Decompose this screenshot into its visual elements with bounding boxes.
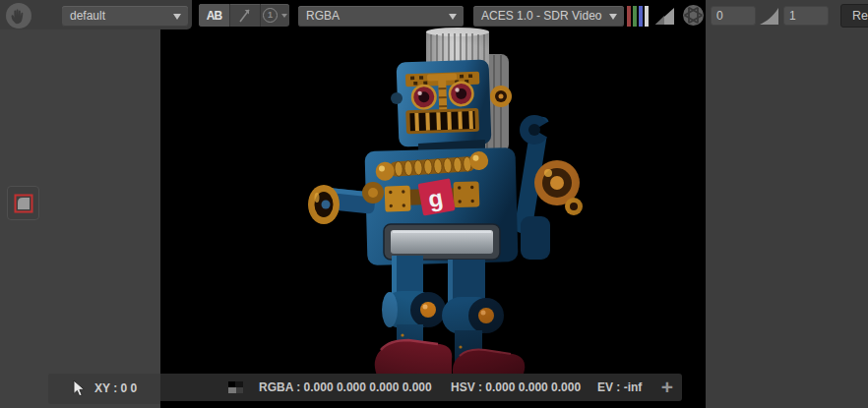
xy-readout: XY : 0 0 [94,381,137,395]
channel-select-value: RGBA [306,9,340,23]
compare-button-group: AB 1 [199,4,289,27]
layer-select-value: default [70,9,105,23]
region-render-tool-button[interactable] [7,186,39,220]
add-sampler-button[interactable]: + [655,375,679,400]
chevron-down-icon [449,14,457,20]
gain-curve-icon [758,6,780,27]
layer-select-dropdown[interactable]: default [62,6,188,27]
channels-display-button[interactable] [627,6,649,27]
exposure-aperture-button[interactable] [682,4,705,29]
viewport[interactable]: g [160,0,706,408]
pixel-info-bar: RGBA : 0.000 0.000 0.000 0.000 HSV : 0.0… [160,374,682,401]
xy-status-bar: XY : 0 0 [48,374,160,404]
viewport-image-robot: g [160,0,706,408]
wipe-icon [236,7,254,25]
gamma-triangle-icon [653,6,676,27]
gamma-display-button[interactable] [653,6,676,29]
render-button[interactable]: Render [840,4,868,28]
render-viewer-window: g [0,0,868,408]
chevron-down-icon [281,14,287,18]
gain-curve-button[interactable] [758,6,780,29]
render-button-label: Render [852,9,868,23]
chevron-down-icon [173,14,181,20]
ab-compare-button[interactable]: AB [199,4,230,27]
wipe-tool-button[interactable] [230,4,261,27]
gamma-input[interactable] [783,6,829,26]
mouse-cursor-icon [72,379,87,398]
pan-tool-button[interactable] [5,2,32,29]
rgb-stripes-icon [627,6,649,27]
ev-readout: EV : -inf [597,380,642,394]
display-transform-dropdown[interactable]: ACES 1.0 - SDR Video [473,6,624,27]
right-panel [706,0,868,408]
exposure-input[interactable] [711,6,756,26]
aperture-icon [682,4,705,27]
hsv-readout: HSV : 0.000 0.000 0.000 [451,380,581,394]
snapshot-select-button[interactable]: 1 [261,4,289,27]
rgba-readout: RGBA : 0.000 0.000 0.000 0.000 [259,380,432,394]
snapshot-number: 1 [263,8,278,23]
chevron-down-icon [609,14,617,20]
ab-label: AB [207,9,221,23]
hand-icon [5,2,32,29]
display-transform-value: ACES 1.0 - SDR Video [481,9,602,23]
sampled-color-swatch [228,381,243,393]
channel-select-dropdown[interactable]: RGBA [298,6,464,27]
region-render-icon [12,192,35,215]
